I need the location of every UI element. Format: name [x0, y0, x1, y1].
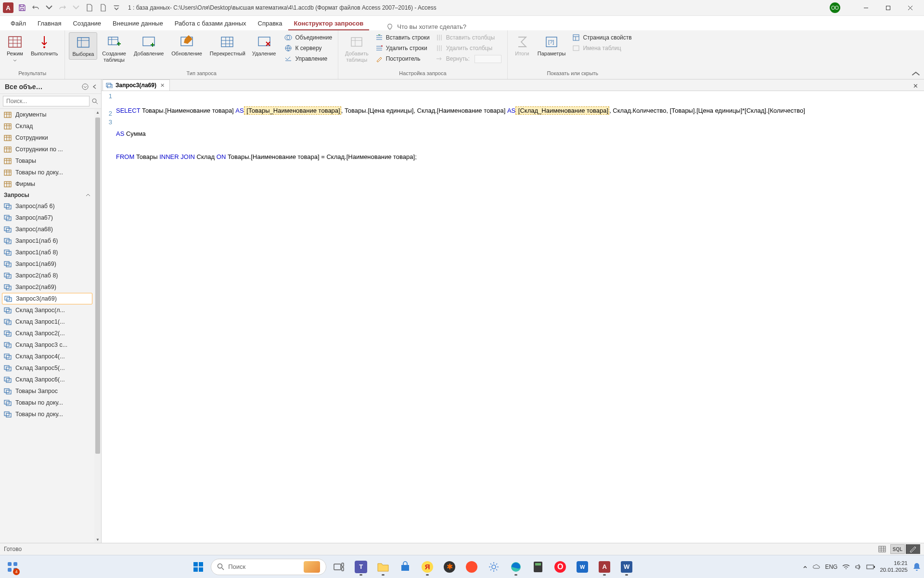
run-button[interactable]: Выполнить [28, 32, 61, 59]
nav-query-item[interactable]: Склад Запрос5(... [0, 362, 94, 374]
search-icon[interactable] [91, 98, 98, 105]
tb-opera[interactable]: O [551, 557, 570, 577]
taskbar-search[interactable]: Поиск [211, 559, 326, 575]
battery-icon[interactable] [866, 564, 875, 570]
nav-query-item[interactable]: Запрос3(ла69) [2, 293, 92, 304]
close-all-icon[interactable]: ✕ [910, 81, 921, 91]
design-view-button[interactable] [906, 544, 920, 554]
nav-query-item[interactable]: Запрос(ла68) [0, 223, 94, 235]
redo-more-icon[interactable] [69, 1, 83, 14]
nav-query-item[interactable]: Склад Запрос1(... [0, 316, 94, 328]
nav-table-item[interactable]: Сотрудники [0, 132, 94, 144]
nav-query-item[interactable]: Товары Запрос [0, 385, 94, 397]
tb-calc[interactable] [528, 557, 548, 577]
tb-yandex[interactable]: Я [418, 557, 437, 577]
nav-query-item[interactable]: Товары по доку... [0, 408, 94, 420]
nav-query-item[interactable]: Запрос1(лаб 6) [0, 235, 94, 247]
delete-rows-button[interactable]: Удалить строки [373, 43, 432, 53]
onedrive-icon[interactable] [812, 563, 820, 571]
tab-dbtools[interactable]: Работа с базами данных [169, 17, 252, 30]
wifi-icon[interactable] [842, 564, 850, 570]
scroll-down-icon[interactable]: ▼ [94, 536, 101, 543]
passthrough-button[interactable]: К серверу [282, 43, 334, 53]
notifications-icon[interactable] [912, 562, 921, 572]
tray-chevron-icon[interactable] [803, 565, 808, 569]
tab-home[interactable]: Главная [32, 17, 67, 30]
tab-query-design[interactable]: Конструктор запросов [288, 17, 370, 30]
qat-page-icon[interactable] [96, 1, 110, 14]
params-button[interactable]: [?]Параметры [535, 32, 569, 59]
close-button[interactable] [899, 0, 921, 15]
insert-rows-button[interactable]: Вставить строки [373, 32, 432, 43]
append-button[interactable]: Добавление [131, 32, 167, 59]
scroll-up-icon[interactable]: ▲ [94, 109, 101, 116]
nav-table-item[interactable]: Сотрудники по ... [0, 144, 94, 155]
builder-button[interactable]: Построитель [373, 53, 432, 64]
datadef-button[interactable]: Управление [282, 53, 334, 64]
nav-table-item[interactable]: Документы [0, 109, 94, 120]
sql-editor[interactable]: 123 SELECT Товары.[Наименование товара] … [102, 91, 924, 543]
user-avatar[interactable]: ОО [830, 2, 840, 13]
nav-table-item[interactable]: Товары по доку... [0, 167, 94, 178]
nav-query-item[interactable]: Склад Запрос6(... [0, 374, 94, 385]
tb-edge[interactable] [506, 557, 526, 577]
tb-app2[interactable] [462, 557, 481, 577]
nav-query-item[interactable]: Запрос(лаб 6) [0, 200, 94, 212]
tb-app1[interactable]: ✱ [440, 557, 459, 577]
propsheet-button[interactable]: Страница свойств [570, 32, 633, 43]
nav-query-item[interactable]: Запрос1(лаб 8) [0, 247, 94, 258]
nav-query-item[interactable]: Склад Запрос(л... [0, 304, 94, 316]
collapse-ribbon-icon[interactable] [911, 70, 920, 77]
qat-customize-icon[interactable] [110, 1, 123, 14]
volume-icon[interactable] [855, 564, 861, 570]
tb-explorer[interactable] [373, 557, 393, 577]
sql-code[interactable]: SELECT Товары.[Наименование товара] AS [… [116, 91, 924, 543]
nav-query-item[interactable]: Склад Запрос2(... [0, 328, 94, 339]
datasheet-view-button[interactable] [875, 544, 889, 554]
start-button[interactable] [189, 557, 208, 577]
nav-query-item[interactable]: Запрос1(ла69) [0, 258, 94, 270]
redo-icon[interactable] [56, 1, 69, 14]
tab-external[interactable]: Внешние данные [107, 17, 169, 30]
navpane-header[interactable]: Все объе… [0, 79, 101, 94]
nav-table-item[interactable]: Фирмы [0, 178, 94, 190]
nav-table-item[interactable]: Склад [0, 120, 94, 132]
tab-help[interactable]: Справка [252, 17, 288, 30]
nav-query-item[interactable]: Запрос(ла67) [0, 212, 94, 223]
tab-file[interactable]: Файл [5, 17, 32, 30]
maketable-button[interactable]: Создание таблицы [99, 32, 129, 65]
nav-table-item[interactable]: Товары [0, 155, 94, 167]
update-button[interactable]: Обновление [168, 32, 205, 59]
clock[interactable]: 16:2120.01.2025 [880, 560, 908, 574]
select-query-button[interactable]: Выборка [69, 32, 97, 60]
nav-query-item[interactable]: Запрос2(ла69) [0, 281, 94, 293]
tb-teams[interactable]: T [351, 557, 371, 577]
minimize-button[interactable] [855, 0, 877, 15]
view-button[interactable]: Режим [4, 32, 26, 65]
nav-query-item[interactable]: Запрос2(лаб 8) [0, 270, 94, 281]
tab-create[interactable]: Создание [67, 17, 107, 30]
nav-query-item[interactable]: Склад Запрос4(... [0, 351, 94, 362]
search-input[interactable] [3, 96, 90, 106]
undo-icon[interactable] [29, 1, 42, 14]
tb-word[interactable]: W [617, 557, 636, 577]
taskview-button[interactable] [329, 557, 348, 577]
tb-store[interactable] [396, 557, 415, 577]
tb-access[interactable]: A [595, 557, 614, 577]
save-icon[interactable] [15, 1, 29, 14]
tb-pdf[interactable]: W [573, 557, 592, 577]
nav-scrollbar[interactable]: ▲ ▼ [94, 109, 101, 543]
dropdown-icon[interactable] [82, 83, 89, 90]
nav-query-item[interactable]: Товары по доку... [0, 397, 94, 408]
maximize-button[interactable] [877, 0, 899, 15]
nav-query-item[interactable]: Склад Запрос3 с... [0, 339, 94, 351]
delete-button[interactable]: Удаление [249, 32, 279, 59]
tb-settings[interactable] [484, 557, 503, 577]
crosstab-button[interactable]: Перекрестный [207, 32, 247, 59]
tell-me-search[interactable]: Что вы хотите сделать? [386, 23, 466, 30]
language-indicator[interactable]: ENG [825, 564, 837, 570]
undo-more-icon[interactable] [42, 1, 56, 14]
document-tab[interactable]: Запрос3(ла69) ✕ [103, 79, 170, 91]
widgets-button[interactable]: 4 [3, 557, 22, 577]
shutter-icon[interactable] [91, 83, 98, 90]
